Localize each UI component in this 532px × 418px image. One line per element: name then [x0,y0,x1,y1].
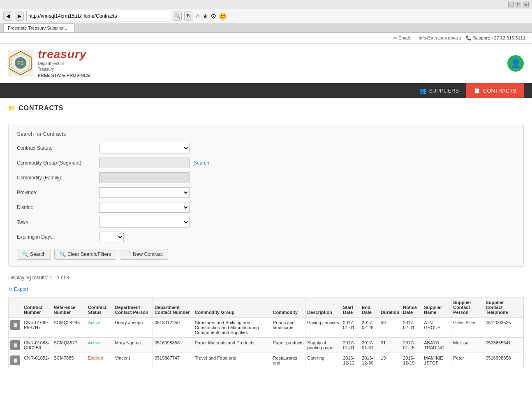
row-icon-cell: 📋 [9,318,22,338]
user-avatar[interactable]: 👤 [507,55,524,72]
row-commodity-group: Structures and Building and Construction… [193,318,271,338]
commodity-family-label: Commodity (Family): [17,175,99,181]
nav-suppliers[interactable]: 👥 SUPPLIERS [412,83,466,98]
col-dept-contact-person: Department Contact Person [113,297,153,318]
row-icon: 📋 [10,355,20,365]
active-tab[interactable]: Freestate Treasury Supplier ... [3,23,75,32]
col-supplier-contact-telephone: Supplier Contact Telephone [484,297,524,318]
row-start-date: 2017-01-01 [341,338,360,353]
top-contact-bar: ✉ Email: info@treasury.gov.za 📞 Support:… [0,33,532,44]
town-row: Town: [17,217,515,228]
row-contract-status: Active [86,318,113,338]
search-browser-btn[interactable]: 🔍 [173,12,182,21]
nav-contracts[interactable]: 📋 CONTRACTS [466,83,524,98]
row-supplier-name: ABAYO TRADING [422,338,451,353]
refresh-btn[interactable]: ↻ [184,12,193,21]
email-label: Email: [398,35,411,40]
logo-subtitle: Department of Treasury FREE STATE PROVIN… [38,61,90,79]
town-select[interactable] [99,217,190,228]
contracts-page-icon: 📁 [8,105,15,111]
commodity-group-search-link[interactable]: Search [194,160,209,166]
table-body: 📋 CNR-01069-P5B7H7 SCMQ24245 Active Henr… [9,318,524,368]
back-button[interactable]: ◀ [3,12,12,21]
contract-status-select[interactable]: Active Expired Pending [99,143,190,153]
browser-chrome: — ☐ ✕ ◀ ▶ 🔍 ↻ ⌂ ★ ⚙ 😊 Freestate Treasury… [0,0,532,33]
row-contract-number: CNR-01069-P5B7H7 [22,318,52,338]
row-description: Paving services [305,318,341,338]
row-dept-contact-person: Henry Joseph [113,318,153,338]
contracts-icon: 📋 [474,87,481,94]
forward-button[interactable]: ▶ [15,12,24,21]
maximize-btn[interactable]: ☐ [516,2,521,7]
address-bar[interactable] [26,11,170,21]
col-duration: Duration [379,297,401,318]
col-supplier-name: Supplier Name [422,297,451,318]
site-logo: FS treasury Department of Treasury FREE … [8,48,90,79]
row-contract-number: CNR-01068-Q0C2B9 [22,338,52,353]
page-title: CONTRACTS [19,104,63,112]
commodity-group-input[interactable] [99,158,190,168]
table-row[interactable]: 📋 CNR-01068-Q0C2B9 SCMQ8977 Active Mary … [9,338,524,353]
page-title-bar: 📁 CONTRACTS [8,104,524,112]
row-dept-contact-number: 0516998858 [153,338,193,353]
expiring-days-label: Expiring in Days: [17,234,99,240]
col-end-date: End Date [360,297,379,318]
email-icon: ✉ [393,35,397,40]
expiring-days-row: Expiring in Days: 7 14 30 [17,232,515,242]
search-button[interactable]: 🔍 Search [17,249,51,260]
col-reference-number: Reference Number [52,297,86,318]
export-bar: ↻ Export [8,284,524,295]
export-button[interactable]: ↻ Export [8,286,524,292]
commodity-group-label: Commodity Group (Segment): [17,160,99,166]
clear-filters-button[interactable]: 🔍 Clear Search/Filters [54,249,116,260]
user-browser-icon: 😊 [219,12,227,20]
row-commodity-group: Paper Materials and Products [193,338,271,353]
row-supplier-contact-telephone: 0512003525 [484,318,524,338]
table-row[interactable]: 📋 CNR-01069-P5B7H7 SCMQ24245 Active Henr… [9,318,524,338]
home-icon[interactable]: ⌂ [196,12,200,20]
col-commodity-group: Commodity Group [193,297,271,318]
row-supplier-contact-telephone: 0516998858 [484,353,524,368]
row-start-date: 2017-01-01 [341,318,360,338]
col-contract-number: Contract Number [22,297,52,318]
close-btn[interactable]: ✕ [523,2,529,7]
row-end-date: 2017-01-31 [360,338,379,353]
row-duration: 59 [379,318,401,338]
province-row: Province: Free State [17,187,515,198]
row-supplier-name: ATN GROUP [422,318,451,338]
browser-tab-bar: Freestate Treasury Supplier ... [0,23,532,33]
province-select[interactable]: Free State [99,187,190,198]
clear-icon: 🔍 [60,251,66,257]
table-row[interactable]: 📋 CNR-01052- SCM7685 Expired Vincent 051… [9,353,524,368]
contract-status-label: Contract Status: [17,145,99,151]
col-description: Description [305,297,341,318]
email-link[interactable]: info@treasury.gov.za [419,35,461,40]
district-label: District: [17,204,99,210]
minimize-btn[interactable]: — [508,2,514,7]
district-select[interactable] [99,202,190,213]
site-header: FS treasury Department of Treasury FREE … [0,44,532,83]
row-dept-contact-person: Vincent [113,353,153,368]
col-notice-date: Notice Date [401,297,422,318]
col-start-date: Start Date [341,297,360,318]
star-icon[interactable]: ★ [202,12,208,20]
new-contract-button[interactable]: 📄 New Contract [120,249,168,260]
town-label: Town: [17,219,99,225]
col-supplier-contact-person: Supplier Contact Person [451,297,484,318]
row-duration: 31 [379,338,401,353]
svg-text:FS: FS [17,60,23,66]
district-row: District: [17,202,515,213]
contract-status-row: Contract Status: Active Expired Pending [17,143,515,153]
row-supplier-contact-telephone: 0523665541 [484,338,524,353]
support-label: Support: [473,35,490,40]
row-supplier-contact-person: Gilles Allies [451,318,484,338]
row-supplier-name: MAMIKIE 1STOP [422,353,451,368]
phone-icon: 📞 [466,35,472,40]
nav-suppliers-label: SUPPLIERS [429,88,459,94]
browser-titlebar: — ☐ ✕ [0,0,532,9]
row-dept-contact-number: 0513012250 [153,318,193,338]
settings-icon[interactable]: ⚙ [210,12,216,20]
expiring-days-select[interactable]: 7 14 30 [99,232,124,242]
row-icon-cell: 📋 [9,353,22,368]
table-header: Contract Number Reference Number Contrac… [9,297,524,318]
